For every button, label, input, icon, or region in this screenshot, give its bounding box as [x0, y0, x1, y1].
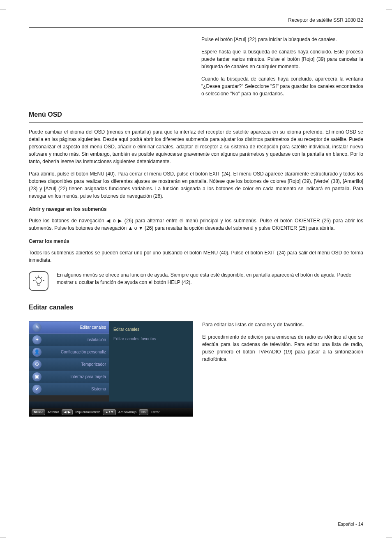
osd-menu-item-label: Temporizador: [45, 361, 106, 367]
osd-menu-item: ⏲Temporizador: [29, 358, 109, 371]
intro-p2: Espere hasta que la búsqueda de canales …: [201, 48, 363, 70]
osd-menu-item: 👤Configuración personaliz: [29, 346, 109, 358]
hint-key-leftright: ◀ / ▶: [62, 409, 73, 415]
osd-footer-hints: MENU Anterior ◀ / ▶ Izquierda/Derech ▲ /…: [29, 408, 193, 416]
text-fragment: Pulse los botones de navegación: [29, 218, 106, 224]
svg-line-5: [41, 277, 42, 278]
editar-p2: El procedimiento de edición para emisora…: [202, 333, 363, 363]
hint-key-menu: MENU: [32, 409, 45, 415]
svg-line-4: [35, 277, 37, 278]
subhead-close-menus: Cerrar los menús: [29, 238, 363, 245]
osd-menu-item: ✦Instalación: [29, 334, 109, 346]
osd-menu-item-icon: ✦: [32, 335, 42, 344]
left-arrow-icon: ◀: [106, 218, 111, 224]
osd-submenu-item: Editar canales favoritos: [113, 334, 189, 344]
open-nav-paragraph: Pulse los botones de navegación ◀ o ▶ (2…: [29, 217, 363, 232]
editar-text: Para editar las listas de canales y de f…: [202, 321, 363, 368]
menu-osd-p2: Para abrirlo, pulse el botón MENU (40). …: [29, 170, 363, 200]
osd-menu-item: ▣Interfaz para tarjeta: [29, 371, 109, 383]
osd-menu-item-label: Instalación: [45, 337, 106, 343]
intro-paragraphs: Pulse el botón [Azul] (22) para iniciar …: [201, 36, 363, 97]
page-header: Receptor de satélite SSR 1080 B2: [29, 16, 363, 28]
hint-label-anterior: Anterior: [48, 410, 59, 415]
menu-osd-p1: Puede cambiar el idioma del OSD (menús e…: [29, 128, 363, 165]
text-fragment: o: [111, 218, 118, 224]
osd-menu-item-icon: ✔: [32, 385, 42, 394]
hint-key-ok: OK: [139, 409, 148, 415]
osd-submenu-item: Editar canales: [113, 325, 189, 334]
osd-menu-item-label: Interfaz para tarjeta: [45, 374, 106, 380]
osd-menu-item: ✔Sistema: [29, 383, 109, 395]
editar-columns: ✎Editar canales✦Instalación👤Configuració…: [29, 321, 363, 417]
footer-page: 14: [358, 522, 363, 526]
osd-menu-item-label: Sistema: [45, 386, 106, 392]
intro-p3: Cuando la búsqueda de canales haya concl…: [201, 75, 363, 97]
hint-label-leftright: Izquierda/Derech: [75, 410, 100, 415]
osd-menu-item: ✎Editar canales: [29, 321, 109, 334]
osd-menu-item-icon: 👤: [32, 348, 42, 357]
help-note-text: En algunos menús se ofrece una función d…: [57, 271, 363, 286]
crop-mark: [386, 538, 392, 538]
down-arrow-icon: ▼: [138, 225, 143, 231]
text-fragment: o: [133, 225, 138, 231]
menu-osd-body: Puede cambiar el idioma del OSD (menús e…: [29, 128, 363, 264]
osd-menu-item-label: Configuración personaliz: [45, 349, 106, 355]
lightbulb-icon: [29, 271, 48, 291]
osd-screenshot: ✎Editar canales✦Instalación👤Configuració…: [29, 321, 193, 417]
hint-label-entrar: Entrar: [151, 410, 160, 415]
page-footer: Español - 14: [338, 521, 363, 528]
editar-p1: Para editar las listas de canales y de f…: [202, 321, 363, 328]
crop-mark: [386, 9, 392, 9]
text-fragment: (26) para resaltar la opción deseada del…: [143, 225, 335, 231]
hint-label-updown: Arriba/Abajo: [118, 410, 136, 415]
up-arrow-icon: ▲: [128, 225, 133, 231]
crop-mark: [0, 538, 6, 538]
section-title-menu-osd: Menú OSD: [29, 110, 363, 122]
osd-menu-item-label: Editar canales: [45, 324, 106, 330]
product-name: Receptor de satélite SSR 1080 B2: [288, 17, 363, 23]
section-title-editar: Editar canales: [29, 302, 363, 315]
footer-lang: Español: [338, 522, 354, 526]
svg-point-0: [36, 278, 42, 284]
osd-menu-item-icon: ▣: [32, 372, 42, 381]
subhead-open-nav: Abrir y navegar en los submenús: [29, 205, 363, 213]
osd-menu-item-icon: ⏲: [32, 360, 42, 369]
osd-gap: [29, 402, 193, 408]
osd-menu-item-icon: ✎: [32, 323, 42, 332]
right-arrow-icon: ▶: [118, 218, 122, 224]
intro-p1: Pulse el botón [Azul] (22) para iniciar …: [201, 36, 363, 43]
help-note: En algunos menús se ofrece una función d…: [29, 271, 363, 291]
close-menus-paragraph: Todos los submenús abiertos se pueden ce…: [29, 249, 363, 264]
crop-mark: [0, 9, 6, 9]
hint-key-updown: ▲ / ▼: [103, 409, 116, 415]
osd-submenu-panel: Editar canales Editar canales favoritos: [109, 321, 193, 402]
osd-menu-list: ✎Editar canales✦Instalación👤Configuració…: [29, 321, 109, 402]
footer-sep: -: [355, 522, 357, 526]
